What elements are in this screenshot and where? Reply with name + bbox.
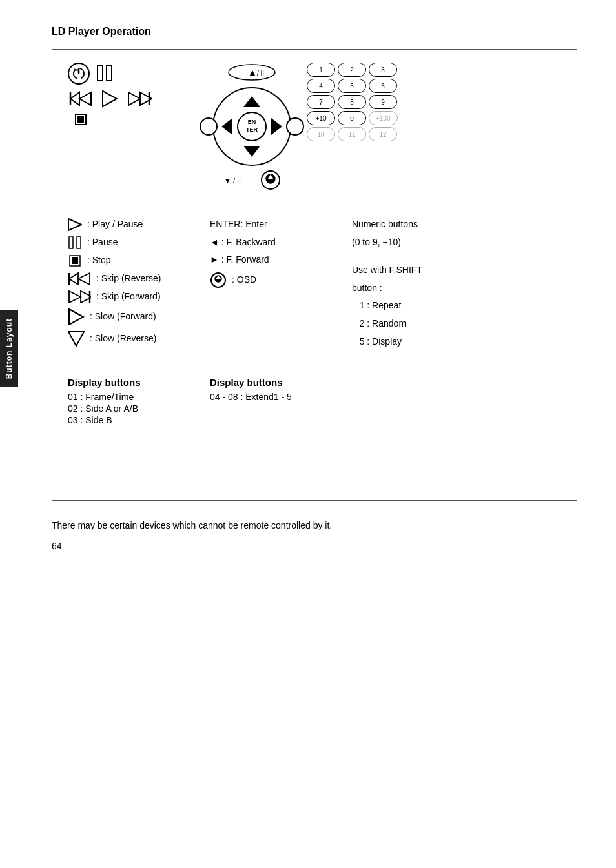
legend-play-pause: : Play / Pause (68, 218, 197, 231)
num-btn-12: 12 (369, 127, 397, 141)
display-section: Display buttons 01 : Frame/Time 02 : Sid… (68, 377, 561, 427)
num-btn-6: 6 (369, 79, 397, 93)
num-row-1: 1 2 3 (307, 63, 423, 77)
svg-text:EN: EN (248, 119, 256, 125)
legend-stop-text: : Stop (87, 254, 111, 267)
page-number: 64 (52, 541, 577, 551)
power-button-icon: I/ψ (68, 63, 90, 85)
num-row-2: 4 5 6 (307, 79, 423, 93)
svg-marker-38 (69, 291, 81, 303)
dpad-circle: EN TER (210, 85, 294, 168)
legend-osd-text: : OSD (232, 274, 256, 287)
num-btn-8: 8 (338, 95, 366, 109)
separator-line-2 (68, 361, 561, 361)
svg-rect-33 (72, 257, 78, 264)
footer-note: There may be certain devices which canno… (52, 520, 577, 530)
num-btn-0: 0 (338, 111, 366, 125)
num-btn-3: 3 (369, 63, 397, 77)
legend-slow-rev-text: : Slow (Reverse) (90, 332, 156, 345)
svg-rect-13 (77, 116, 84, 123)
remote-nav-row (68, 90, 152, 108)
remote-power-row: I/ψ (68, 63, 114, 85)
display-buttons-left-title: Display buttons (68, 377, 210, 388)
legend-f-backward-text: ◄ : F. Backward (210, 236, 276, 249)
legend-slow-fwd: : Slow (Forward) (68, 308, 197, 325)
display-item-02: 02 : Side A or A/B (68, 403, 210, 414)
legend-slow-rev: : Slow (Reverse) (68, 330, 197, 347)
side-tab: Button Layout (0, 310, 18, 387)
display-item-03: 03 : Side B (68, 415, 210, 425)
svg-text:▼ / II: ▼ / II (224, 177, 241, 185)
svg-marker-8 (103, 91, 117, 106)
pause-button-icon (95, 64, 114, 84)
display-col-left: Display buttons 01 : Frame/Time 02 : Sid… (68, 377, 210, 427)
num-btn-1: 1 (307, 63, 335, 77)
num-btn-plus10: +10 (307, 111, 335, 125)
osd-icon (260, 170, 281, 190)
legend-play-pause-text: : Play / Pause (87, 218, 143, 231)
page-title: LD Player Operation (52, 26, 577, 37)
svg-text:▲: ▲ (248, 67, 257, 77)
svg-marker-36 (78, 273, 90, 285)
legend-repeat-text: 1 : Repeat (352, 299, 401, 312)
legend-random-text: 2 : Random (352, 318, 406, 330)
legend-numeric-range: (0 to 9, +10) (352, 236, 548, 249)
display-buttons-right-title: Display buttons (210, 377, 561, 388)
legend-random: 2 : Random (352, 318, 548, 330)
legend-pause-text: : Pause (87, 236, 118, 249)
legend-enter: ENTER: Enter (210, 218, 339, 231)
legend-numeric-title-text: Numeric buttons (352, 218, 418, 231)
legend-skip-fwd-text: : Skip (Forward) (96, 290, 161, 303)
legend-display-text: 5 : Display (352, 336, 402, 348)
stop-icon-legend (68, 254, 82, 267)
num-btn-5: 5 (338, 79, 366, 93)
legend-col-1: : Play / Pause : Pause (68, 218, 210, 353)
num-btn-plus100: +100 (369, 111, 398, 125)
legend-f-backward: ◄ : F. Backward (210, 236, 339, 249)
play-pause-icon (68, 218, 82, 231)
legend-skip-rev: : Skip (Reverse) (68, 272, 197, 285)
legend-fshift-colon-text: button : (352, 282, 382, 295)
display-item-01: 01 : Frame/Time (68, 392, 210, 402)
svg-text:/ II: / II (257, 70, 264, 77)
legend-enter-text: ENTER: Enter (210, 218, 267, 231)
slow-fwd-icon-legend (68, 308, 85, 325)
stop-icon (74, 113, 87, 126)
legend-pause: : Pause (68, 236, 197, 249)
remote-stop-row (74, 113, 87, 126)
num-row-4: +10 0 +100 (307, 111, 423, 125)
display-col-right: Display buttons 04 - 08 : Extend1 - 5 (210, 377, 561, 427)
svg-marker-40 (69, 309, 83, 325)
numeric-keypad: 1 2 3 4 5 6 7 8 9 +10 0 +100 (307, 63, 423, 141)
legend-skip-fwd: : Skip (Forward) (68, 290, 197, 303)
legend-skip-rev-text: : Skip (Reverse) (96, 272, 161, 285)
slow-rev-icon-legend (68, 330, 85, 347)
num-row-5: 10 11 12 (307, 127, 423, 141)
svg-rect-30 (69, 237, 73, 248)
num-btn-10: 10 (307, 127, 335, 141)
legend-fshift: Use with F.SHIFT (352, 264, 548, 277)
page-wrapper: Button Layout LD Player Operation I/ψ (0, 0, 616, 577)
dpad-bottom-label: ▼ / II (223, 173, 255, 187)
svg-marker-19 (271, 118, 282, 135)
legend-area: : Play / Pause : Pause (68, 218, 561, 353)
dpad-top-oval: ▲ / II (226, 63, 278, 82)
side-tab-label: Button Layout (5, 318, 14, 379)
skip-rev-icon-legend (68, 272, 91, 285)
legend-fshift-colon: button : (352, 282, 548, 295)
num-btn-7: 7 (307, 95, 335, 109)
legend-stop: : Stop (68, 254, 197, 267)
skip-rev-icon (68, 90, 92, 108)
svg-marker-21 (243, 146, 260, 157)
pause-icon (68, 236, 82, 249)
num-btn-2: 2 (338, 63, 366, 77)
svg-marker-29 (68, 219, 81, 230)
svg-line-41 (69, 309, 83, 317)
svg-line-42 (69, 317, 83, 325)
num-btn-9: 9 (369, 95, 397, 109)
svg-marker-35 (69, 273, 78, 285)
svg-marker-18 (221, 118, 232, 135)
display-item-04-08: 04 - 08 : Extend1 - 5 (210, 392, 561, 402)
osd-icon-legend (210, 272, 227, 288)
legend-col-2: ENTER: Enter ◄ : F. Backward ► : F. Forw… (210, 218, 352, 353)
